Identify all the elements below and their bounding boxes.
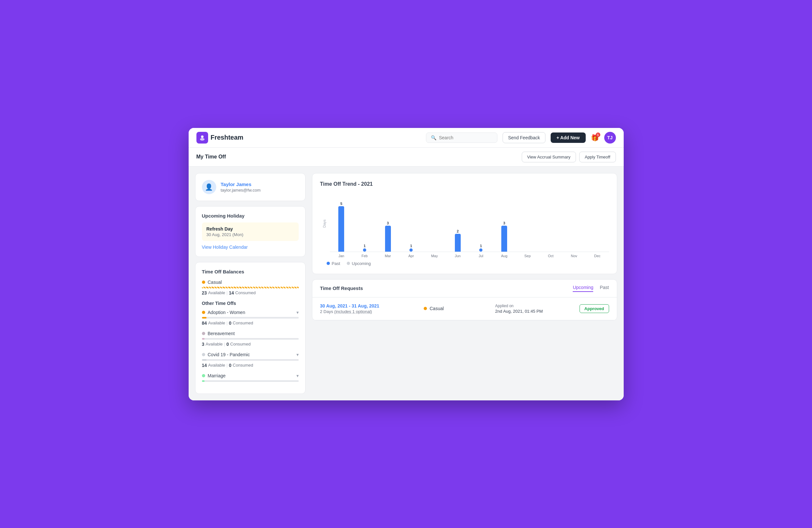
view-holiday-calendar-link[interactable]: View Holiday Calendar xyxy=(202,244,248,250)
casual-label-row: Casual xyxy=(202,280,299,285)
chart-y-label: Days xyxy=(322,219,326,227)
bar-dec xyxy=(586,194,609,252)
header: Freshteam 🔍 Send Feedback + Add New 🎁 1 … xyxy=(189,128,624,148)
bereavement-bar-fill xyxy=(202,338,205,340)
bar-oct xyxy=(539,194,563,252)
adoption-numbers: 84 Available | 0 Consumed xyxy=(202,320,299,326)
covid-numbers: 14 Available | 0 Consumed xyxy=(202,363,299,368)
request-days-detail: (includes 1 optional) xyxy=(334,309,372,314)
status-badge: Approved xyxy=(580,304,609,313)
marriage-bar-bg xyxy=(202,380,299,382)
marriage-dot xyxy=(202,374,205,377)
request-row-0: 30 Aug, 2021 - 31 Aug, 2021 2 Days (incl… xyxy=(312,297,617,320)
requests-header: Time Off Requests Upcoming Past xyxy=(312,280,617,297)
bereavement-label-row: Bereavement xyxy=(202,331,299,336)
apply-timeoff-button[interactable]: Apply Timeoff xyxy=(579,152,616,162)
bar-mar: 3 xyxy=(376,194,400,252)
legend-past: Past xyxy=(327,261,340,266)
requests-card: Time Off Requests Upcoming Past 30 Aug, … xyxy=(312,279,617,320)
svg-point-1 xyxy=(200,138,205,141)
search-input[interactable] xyxy=(439,135,493,140)
past-legend-dot xyxy=(327,262,330,265)
other-timeoffs-title: Other Time Offs xyxy=(202,301,299,306)
view-accrual-button[interactable]: View Accrual Summary xyxy=(522,152,576,162)
bar-feb: 1 xyxy=(353,194,376,252)
adoption-balance: Adoption - Women ▾ 84 Available | 0 Cons… xyxy=(202,310,299,326)
sub-header: My Time Off View Accrual Summary Apply T… xyxy=(189,148,624,167)
page-title: My Time Off xyxy=(197,154,226,160)
svg-point-0 xyxy=(201,135,204,138)
bar-sep xyxy=(516,194,539,252)
adoption-name: Adoption - Women xyxy=(208,310,245,315)
marriage-chevron-icon[interactable]: ▾ xyxy=(296,373,299,378)
avatar: 👤 xyxy=(202,180,216,194)
covid-balance: Covid 19 - Pandemic ▾ 14 Available | 0 C… xyxy=(202,352,299,368)
tab-past[interactable]: Past xyxy=(600,285,609,292)
search-bar[interactable]: 🔍 xyxy=(426,132,497,143)
applied-date: 2nd Aug, 2021, 01:45 PM xyxy=(495,309,573,314)
user-info: Taylor James taylor.james@fw.com xyxy=(221,182,261,192)
chart-card: Time Off Trend - 2021 Days 5 1 xyxy=(312,173,617,274)
notification-badge: 1 xyxy=(596,132,600,137)
adoption-bar-fill xyxy=(202,317,207,318)
balances-title: Time Off Balances xyxy=(202,269,299,274)
bereavement-dot xyxy=(202,332,205,335)
holiday-date: 30 Aug, 2021 (Mon) xyxy=(206,232,294,237)
covid-name: Covid 19 - Pandemic xyxy=(208,352,250,357)
user-name[interactable]: Taylor James xyxy=(221,182,261,187)
user-avatar-button[interactable]: TJ xyxy=(604,132,616,144)
chart-legend: Past Upcoming xyxy=(320,261,609,266)
casual-balance: Casual 23 Available | 14 Consumed xyxy=(202,280,299,296)
marriage-balance: Marriage ▾ xyxy=(202,373,299,382)
user-card: 👤 Taylor James taylor.james@fw.com xyxy=(195,173,305,201)
sub-header-actions: View Accrual Summary Apply Timeoff xyxy=(522,152,616,162)
logo-text: Freshteam xyxy=(211,134,244,141)
covid-label-row: Covid 19 - Pandemic ▾ xyxy=(202,352,299,357)
request-date-range: 30 Aug, 2021 - 31 Aug, 2021 xyxy=(320,303,418,309)
add-new-button[interactable]: + Add New xyxy=(551,132,585,143)
covid-dot xyxy=(202,353,205,356)
bar-aug: 3 xyxy=(493,194,516,252)
left-panel: 👤 Taylor James taylor.james@fw.com Upcom… xyxy=(195,173,305,394)
marriage-name: Marriage xyxy=(208,373,226,378)
chart-title: Time Off Trend - 2021 xyxy=(320,181,609,187)
holiday-item: Refresh Day 30 Aug, 2021 (Mon) xyxy=(202,223,299,241)
marriage-label-row: Marriage ▾ xyxy=(202,373,299,378)
bar-jun: 2 xyxy=(446,194,469,252)
bereavement-name: Bereavement xyxy=(208,331,235,336)
notifications-button[interactable]: 🎁 1 xyxy=(591,134,599,142)
upcoming-legend-dot xyxy=(347,262,350,265)
holiday-card: Upcoming Holiday Refresh Day 30 Aug, 202… xyxy=(195,206,305,257)
bar-may xyxy=(423,194,446,252)
adoption-dot xyxy=(202,311,205,314)
bar-apr: 1 xyxy=(400,194,423,252)
logo-icon xyxy=(197,132,208,144)
casual-numbers: 23 Available | 14 Consumed xyxy=(202,290,299,296)
adoption-chevron-icon[interactable]: ▾ xyxy=(296,310,299,315)
search-icon: 🔍 xyxy=(431,135,436,140)
user-email: taylor.james@fw.com xyxy=(221,188,261,192)
tab-upcoming[interactable]: Upcoming xyxy=(573,285,593,292)
casual-dot xyxy=(202,281,205,284)
applied-on-label: Applied on xyxy=(495,304,573,308)
right-panel: Time Off Trend - 2021 Days 5 1 xyxy=(312,173,617,394)
covid-bar-bg xyxy=(202,359,299,361)
app-window: Freshteam 🔍 Send Feedback + Add New 🎁 1 … xyxy=(189,128,624,400)
bar-jul: 1 xyxy=(469,194,493,252)
request-applied: Applied on 2nd Aug, 2021, 01:45 PM xyxy=(495,304,573,314)
adoption-label-row: Adoption - Women ▾ xyxy=(202,310,299,315)
marriage-bar-fill xyxy=(202,380,205,382)
request-type-dot xyxy=(424,307,427,310)
main-content: 👤 Taylor James taylor.james@fw.com Upcom… xyxy=(189,167,624,400)
request-dates: 30 Aug, 2021 - 31 Aug, 2021 2 Days (incl… xyxy=(320,303,418,314)
adoption-bar-bg xyxy=(202,317,299,318)
send-feedback-button[interactable]: Send Feedback xyxy=(503,132,546,143)
balances-card: Time Off Balances Casual 23 Available | … xyxy=(195,262,305,394)
covid-chevron-icon[interactable]: ▾ xyxy=(296,352,299,357)
bereavement-balance: Bereavement 3 Available | 0 Consumed xyxy=(202,331,299,347)
bereavement-bar-bg xyxy=(202,338,299,340)
request-type: Casual xyxy=(424,306,489,311)
bereavement-numbers: 3 Available | 0 Consumed xyxy=(202,342,299,347)
casual-name: Casual xyxy=(208,280,222,285)
covid-bar-fill xyxy=(202,359,207,361)
